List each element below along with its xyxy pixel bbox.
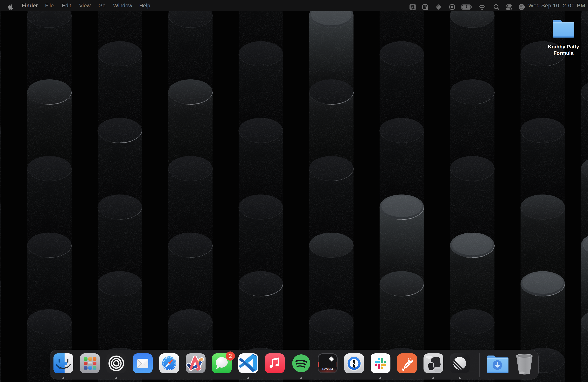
svg-text:raycast: raycast [322, 367, 333, 371]
